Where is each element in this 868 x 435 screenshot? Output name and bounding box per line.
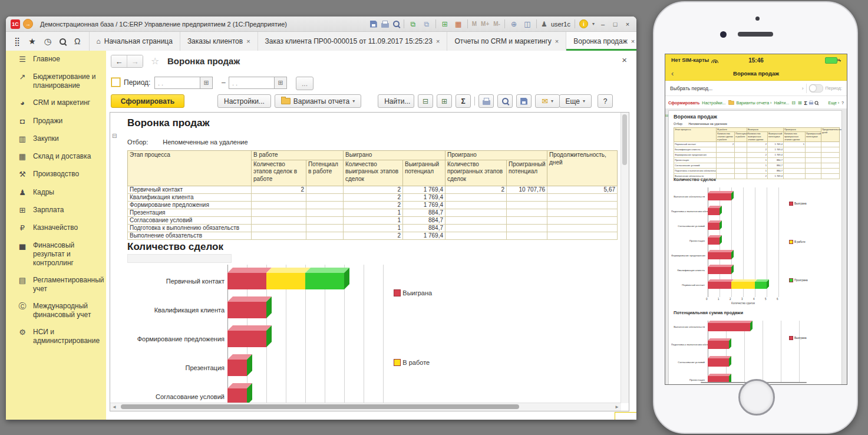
find-button[interactable]: Найти...: [378, 94, 414, 108]
info-icon[interactable]: i: [579, 19, 588, 28]
table-row[interactable]: Согласование условий1884,7: [128, 216, 618, 224]
memory-m-button[interactable]: M: [472, 21, 477, 27]
phone-more-button[interactable]: Еще ›: [829, 101, 840, 105]
notifications-bell-icon[interactable]: Ω: [74, 37, 80, 46]
choose-period-field[interactable]: Выбрать период...: [670, 85, 712, 91]
zoom-icon[interactable]: ⊕: [509, 20, 519, 28]
calendar-icon[interactable]: ▦: [454, 20, 463, 28]
sidebar-item-5[interactable]: ▦Склад и доставка: [6, 148, 106, 166]
bar-segment-Выиграна[interactable]: [708, 358, 729, 367]
info-dropdown-icon[interactable]: ▾: [592, 21, 595, 27]
bar-segment-Выиграна[interactable]: [708, 238, 720, 245]
tab-sales-funnel[interactable]: Воронка продаж ×: [566, 32, 636, 51]
sidebar-item-8[interactable]: ⊞Зарплата: [6, 202, 106, 219]
expand-groups-icon[interactable]: ⊞: [798, 100, 802, 106]
phone-table-row[interactable]: Первичный контакт221 769,41: [674, 141, 840, 147]
sigma-icon[interactable]: Σ: [804, 100, 807, 106]
bar-segment-Выиграна[interactable]: [708, 208, 720, 215]
table-row[interactable]: Формирование предложения21 769,4: [128, 201, 618, 209]
sidebar-item-3[interactable]: ◘Продажи: [6, 113, 106, 130]
tab-close-icon[interactable]: ×: [555, 38, 559, 45]
table-row[interactable]: Презентация1884,7: [128, 209, 618, 216]
phone-help-button[interactable]: ?: [841, 101, 844, 105]
bar-segment-Выиграна[interactable]: [227, 331, 266, 347]
generate-button[interactable]: Сформировать: [111, 94, 184, 108]
print-button[interactable]: [478, 94, 494, 108]
bar-segment-Выиграна[interactable]: [708, 282, 731, 289]
period-toggle[interactable]: [809, 84, 823, 93]
sidebar-item-13[interactable]: ⚙НСИ и администрирование: [6, 324, 106, 350]
phone-variants-button[interactable]: Варианты отчета ›: [737, 101, 772, 105]
phone-table-row[interactable]: Подготовка к выполнению обязательств1884…: [674, 168, 840, 173]
table-row[interactable]: Выполнение обязательств21 769,4: [128, 232, 618, 239]
service-menu-button[interactable]: →: [23, 19, 33, 29]
bar-segment-Выиграна[interactable]: [227, 302, 266, 318]
home-button[interactable]: [738, 379, 775, 416]
sidebar-item-1[interactable]: ↗Бюджетирование и планирование: [6, 68, 106, 94]
favorites-icon[interactable]: ★: [28, 37, 36, 46]
tab-start-page[interactable]: ⌂ Начальная страница: [90, 32, 180, 51]
tab-customer-order-pr00[interactable]: Заказ клиента ПР00-000015 от 11.09.2017 …: [258, 32, 448, 51]
memory-mplus-button[interactable]: M+: [481, 21, 489, 27]
period-to-input[interactable]: . .: [229, 77, 275, 89]
tab-crm-reports[interactable]: Отчеты по CRM и маркетингу ×: [447, 32, 566, 51]
history-icon[interactable]: ◷: [44, 37, 51, 46]
bar-segment-Выиграна[interactable]: [708, 193, 731, 200]
phone-generate-button[interactable]: Сформировать: [668, 101, 699, 105]
sidebar-item-10[interactable]: ▅Финансовый результат и контроллинг: [6, 237, 106, 272]
tab-customer-orders[interactable]: Заказы клиентов ×: [180, 32, 258, 51]
memory-mminus-button[interactable]: M-: [493, 21, 500, 27]
scroll-left-icon[interactable]: ◄: [112, 404, 117, 410]
table-row[interactable]: Подготовка к выполнению обязательств1884…: [128, 224, 618, 232]
period-options-button[interactable]: ...: [296, 77, 313, 90]
print-preview-icon[interactable]: [393, 21, 400, 27]
phone-find-button[interactable]: Найти...: [774, 101, 789, 105]
sidebar-item-0[interactable]: ☰Главное: [6, 51, 106, 68]
horizontal-scrollbar[interactable]: ◄ ►: [110, 403, 621, 411]
group-collapse-icon[interactable]: ⊟: [112, 133, 117, 139]
bar-segment-Проиграна[interactable]: [755, 282, 767, 289]
bar-segment-Проиграна[interactable]: [305, 273, 344, 289]
favorite-star-icon[interactable]: ☆: [151, 55, 159, 67]
bar-segment-Выиграна[interactable]: [708, 252, 731, 259]
sidebar-item-2[interactable]: ◕CRM и маркетинг: [6, 94, 106, 112]
calculator-icon[interactable]: ⊞: [440, 20, 450, 28]
bar-segment-Выиграна[interactable]: [227, 273, 266, 289]
phone-settings-button[interactable]: Настройки...: [702, 101, 725, 105]
period-from-calendar-icon[interactable]: ⊞: [200, 77, 213, 89]
phone-table-row[interactable]: Квалификация клиента21 769,4: [674, 147, 840, 152]
tab-close-icon[interactable]: ×: [631, 38, 635, 45]
bar-segment-В работе[interactable]: [731, 282, 755, 289]
phone-table-row[interactable]: Презентация1884,7: [674, 157, 840, 163]
print-icon[interactable]: [809, 101, 813, 104]
phone-period-row[interactable]: Выбрать период... › Период:: [665, 81, 847, 96]
period-to-calendar-icon[interactable]: ⊞: [275, 77, 287, 89]
period-from-input[interactable]: . .: [154, 77, 200, 89]
collapse-groups-button[interactable]: ⊟: [418, 94, 433, 108]
phone-table-row[interactable]: Согласование условий1884,7: [674, 163, 840, 168]
apps-menu-icon[interactable]: ⣿: [14, 37, 20, 46]
preview-icon[interactable]: [814, 101, 818, 104]
bar-segment-В работе[interactable]: [266, 273, 305, 289]
bar-segment-Выиграна[interactable]: [708, 267, 731, 274]
compare-files-icon[interactable]: ⧉: [422, 20, 431, 28]
expand-groups-button[interactable]: ⊞: [437, 94, 452, 108]
more-button[interactable]: Еще▾: [559, 94, 592, 108]
bar-segment-Выиграна[interactable]: [708, 223, 720, 230]
table-row[interactable]: Первичный контакт221 769,4210 707,765,67: [128, 186, 618, 193]
save-report-button[interactable]: [516, 94, 532, 108]
sidebar-item-7[interactable]: ♟Кадры: [6, 184, 106, 202]
close-window-button[interactable]: ×: [623, 21, 632, 28]
period-checkbox[interactable]: [111, 78, 120, 87]
preview-button[interactable]: [497, 94, 513, 108]
report-variants-button[interactable]: Варианты отчета ▾: [275, 94, 361, 108]
send-mail-button[interactable]: ✉ ▾: [535, 94, 560, 108]
phone-table-row[interactable]: Формирование предложения21 769,4: [674, 152, 840, 157]
bar-segment-Выиграна[interactable]: [227, 360, 247, 376]
save-icon[interactable]: [370, 21, 377, 28]
scroll-right-icon[interactable]: ►: [615, 404, 619, 410]
vertical-scrollbar[interactable]: [621, 113, 629, 403]
forward-button[interactable]: →: [127, 55, 143, 67]
bar-segment-Выиграна[interactable]: [708, 341, 729, 349]
close-report-icon[interactable]: ×: [622, 55, 627, 65]
